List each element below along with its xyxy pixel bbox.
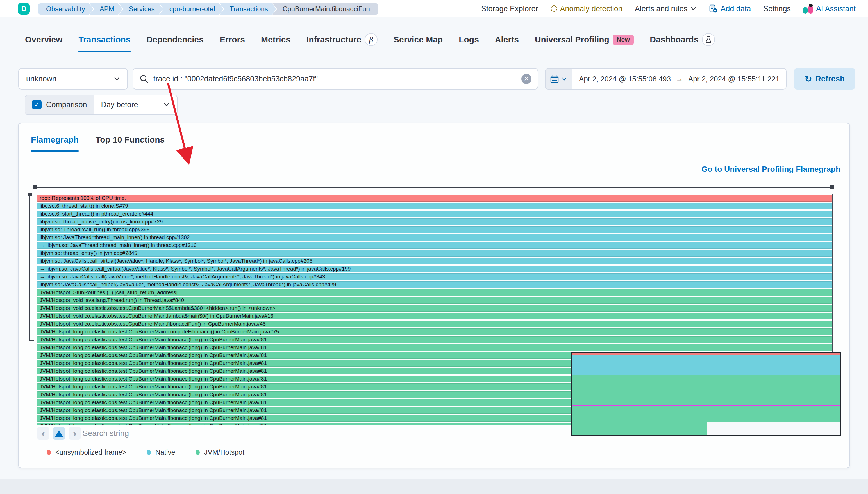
breadcrumb-apm[interactable]: APM xyxy=(90,3,123,15)
beaker-icon xyxy=(702,33,715,46)
flame-row[interactable]: → libjvm.so: JavaCalls::call_virtual(Jav… xyxy=(37,266,832,272)
flame-row[interactable]: → libjvm.so: JavaThread::thread_main_inn… xyxy=(37,242,832,249)
chevron-down-icon xyxy=(114,76,120,82)
comparison-toggle[interactable]: ✓ Comparison xyxy=(25,95,94,114)
tab-errors[interactable]: Errors xyxy=(220,35,245,52)
flame-row[interactable]: JVM/Hotspot: void co.elastic.obs.test.Cp… xyxy=(37,321,832,327)
flamegraph-minimap[interactable] xyxy=(571,352,841,436)
universal-profiling-link[interactable]: Go to Universal Profiling Flamegraph xyxy=(701,165,841,174)
minimap-highlight-line xyxy=(572,405,840,405)
nav-settings[interactable]: Settings xyxy=(763,4,791,13)
apm-service-page: D Observability APM Services cpu-burner-… xyxy=(0,0,868,494)
tab-dashboards-label: Dashboards xyxy=(650,35,698,44)
flame-row[interactable]: JVM/Hotspot: long co.elastic.obs.test.Cp… xyxy=(37,336,832,343)
tab-transactions[interactable]: Transactions xyxy=(78,35,130,52)
flame-row[interactable]: libjvm.so: JavaThread::thread_main_inner… xyxy=(37,234,832,241)
nav-storage-explorer[interactable]: Storage Explorer xyxy=(481,4,538,13)
tab-transactions-label: Transactions xyxy=(78,35,130,44)
breadcrumb-observability[interactable]: Observability xyxy=(38,3,94,15)
legend-label: Native xyxy=(155,448,175,456)
flame-row[interactable]: JVM/Hotspot: void co.elastic.obs.test.Cp… xyxy=(37,313,832,319)
nav-anomaly-detection-label: Anomaly detection xyxy=(560,4,623,13)
date-arrow-icon: → xyxy=(676,75,683,83)
flame-row[interactable]: JVM/Hotspot: StubRoutines (1) [call_stub… xyxy=(37,289,832,296)
flame-row[interactable]: JVM/Hotspot: long co.elastic.obs.test.Cp… xyxy=(37,328,832,335)
tab-top10-functions[interactable]: Top 10 Functions xyxy=(95,135,165,152)
new-badge: New xyxy=(613,35,634,45)
tab-dashboards[interactable]: Dashboards xyxy=(650,33,715,54)
tab-flamegraph[interactable]: Flamegraph xyxy=(31,135,79,152)
flame-search-input[interactable] xyxy=(82,427,335,440)
clear-query-icon[interactable]: ✕ xyxy=(521,74,532,84)
tab-overview-label: Overview xyxy=(25,35,62,44)
nav-settings-label: Settings xyxy=(763,4,791,13)
anomaly-detection-icon xyxy=(551,5,557,12)
nav-anomaly-detection[interactable]: Anomaly detection xyxy=(551,4,623,13)
prev-match-button[interactable]: ‹ xyxy=(37,427,50,440)
user-avatar[interactable]: D xyxy=(18,3,30,15)
nav-storage-explorer-label: Storage Explorer xyxy=(481,4,538,13)
top-nav: Storage Explorer Anomaly detection Alert… xyxy=(481,0,856,17)
comparison-select[interactable]: Day before xyxy=(94,95,177,114)
tab-metrics-label: Metrics xyxy=(261,35,291,44)
tab-universal-profiling[interactable]: Universal Profiling New xyxy=(535,35,634,53)
brush-handle-right[interactable] xyxy=(830,185,834,189)
triangle-up-icon xyxy=(55,430,63,437)
flame-row[interactable]: libjvm.so: thread_entry() in jvm.cpp#284… xyxy=(37,250,832,256)
legend-native: Native xyxy=(147,448,175,456)
tab-infrastructure[interactable]: Infrastructure β xyxy=(307,33,377,54)
flame-row[interactable]: libjvm.so: JavaCalls::call_helper(JavaVa… xyxy=(37,281,832,288)
next-match-button[interactable]: › xyxy=(69,427,81,440)
flame-row[interactable]: libjvm.so: Thread::call_run() in thread.… xyxy=(37,226,832,233)
flamegraph-brush[interactable] xyxy=(37,187,834,188)
legend-dot-unsymbolized xyxy=(47,450,51,455)
flame-row[interactable]: JVM/Hotspot: long co.elastic.obs.test.Cp… xyxy=(37,344,832,351)
tab-universal-profiling-label: Universal Profiling xyxy=(535,35,609,44)
kql-search-input[interactable] xyxy=(153,75,517,83)
flame-row[interactable]: libc.so.6: thread_start() in clone.S#79 xyxy=(37,203,832,209)
flame-row[interactable]: root: Represents 100% of CPU time. xyxy=(37,195,832,202)
tab-logs-label: Logs xyxy=(459,35,479,44)
selection-bracket-bottom xyxy=(30,340,34,341)
flame-row[interactable]: JVM/Hotspot: void java.lang.Thread.run()… xyxy=(37,297,832,304)
date-range-picker[interactable]: Apr 2, 2024 @ 15:55:08.493 → Apr 2, 2024… xyxy=(545,68,787,90)
date-picker-toggle[interactable] xyxy=(546,69,572,89)
date-from[interactable]: Apr 2, 2024 @ 15:55:08.493 xyxy=(579,75,671,83)
nav-ai-assistant[interactable]: AI Assistant xyxy=(803,4,856,14)
nav-alerts-label: Alerts and rules xyxy=(635,4,688,13)
flame-row[interactable]: libjvm.so: thread_native_entry() in os_l… xyxy=(37,218,832,225)
flame-row[interactable]: JVM/Hotspot: void co.elastic.obs.test.Cp… xyxy=(37,305,832,311)
tab-alerts[interactable]: Alerts xyxy=(495,35,519,52)
breadcrumb-services[interactable]: Services xyxy=(119,3,163,15)
environment-select[interactable]: unknown xyxy=(18,68,128,90)
tab-metrics[interactable]: Metrics xyxy=(261,35,291,52)
refresh-button[interactable]: ↻ Refresh xyxy=(794,68,855,90)
nav-add-data-label: Add data xyxy=(721,4,751,13)
flame-row[interactable]: libjvm.so: JavaCalls::call_virtual(JavaV… xyxy=(37,258,832,264)
legend-jvm: JVM/Hotspot xyxy=(196,448,244,456)
legend-unsymbolized: <unsymbolized frame> xyxy=(47,448,126,456)
selection-bracket xyxy=(30,194,30,341)
comparison-control: ✓ Comparison Day before xyxy=(25,95,178,115)
comparison-label: Comparison xyxy=(46,100,87,109)
flame-row[interactable]: libc.so.6: start_thread() in pthread_cre… xyxy=(37,210,832,217)
legend-label: <unsymbolized frame> xyxy=(55,448,126,456)
date-to[interactable]: Apr 2, 2024 @ 15:55:11.221 xyxy=(688,75,779,83)
tab-overview[interactable]: Overview xyxy=(25,35,62,52)
date-range-text[interactable]: Apr 2, 2024 @ 15:55:08.493 → Apr 2, 2024… xyxy=(572,75,786,83)
refresh-label: Refresh xyxy=(815,74,845,83)
nav-add-data[interactable]: Add data xyxy=(709,4,751,13)
nav-ai-assistant-label: AI Assistant xyxy=(816,4,856,13)
comparison-checkbox[interactable]: ✓ xyxy=(32,100,41,110)
card-tab-bar: Flamegraph Top 10 Functions xyxy=(31,135,165,152)
breadcrumb-transactions[interactable]: Transactions xyxy=(220,3,277,15)
tab-logs[interactable]: Logs xyxy=(459,35,479,52)
breadcrumb-service-name[interactable]: cpu-burner-otel xyxy=(159,3,224,15)
tab-dependencies[interactable]: Dependencies xyxy=(147,35,204,52)
tab-service-map[interactable]: Service Map xyxy=(393,35,443,52)
flame-row[interactable]: → libjvm.so: JavaCalls::call(JavaValue*,… xyxy=(37,273,832,280)
tab-service-map-label: Service Map xyxy=(393,35,443,44)
brush-handle-left[interactable] xyxy=(33,185,37,189)
nav-alerts-and-rules[interactable]: Alerts and rules xyxy=(635,4,697,13)
scroll-up-button[interactable] xyxy=(53,427,65,440)
